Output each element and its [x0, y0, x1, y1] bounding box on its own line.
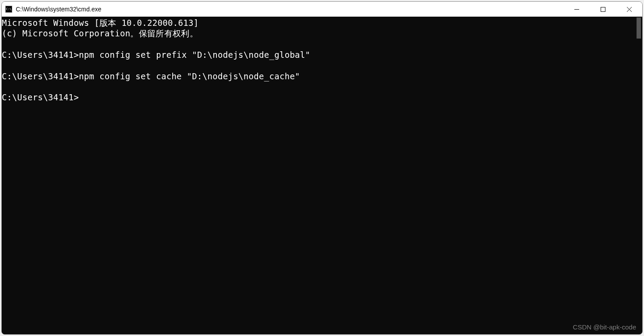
terminal-line: (c) Microsoft Corporation。保留所有权利。 — [2, 28, 634, 39]
maximize-icon — [601, 7, 605, 12]
terminal-line: C:\Users\34141>npm config set prefix "D:… — [2, 50, 634, 60]
terminal-line: C:\Users\34141>npm config set cache "D:\… — [2, 71, 634, 81]
terminal-container: Microsoft Windows [版本 10.0.22000.613](c)… — [2, 17, 642, 334]
minimize-icon — [574, 7, 579, 12]
terminal-output[interactable]: Microsoft Windows [版本 10.0.22000.613](c)… — [2, 17, 634, 334]
minimize-button[interactable] — [563, 2, 590, 17]
terminal-line — [2, 60, 634, 71]
terminal-line — [2, 39, 634, 50]
terminal-line: C:\Users\34141> — [2, 92, 634, 103]
close-button[interactable] — [616, 2, 642, 17]
maximize-button[interactable] — [590, 2, 616, 17]
titlebar[interactable]: C:\ C:\Windows\system32\cmd.exe — [2, 2, 642, 17]
window-title: C:\Windows\system32\cmd.exe — [16, 6, 563, 13]
scrollbar-track[interactable] — [634, 17, 642, 334]
terminal-line — [2, 81, 634, 92]
terminal-line: Microsoft Windows [版本 10.0.22000.613] — [2, 18, 634, 28]
scrollbar-thumb[interactable] — [637, 18, 641, 39]
window-controls — [563, 2, 642, 17]
cmd-window: C:\ C:\Windows\system32\cmd.exe — [1, 1, 643, 335]
svg-rect-1 — [601, 7, 605, 11]
close-icon — [627, 7, 632, 12]
cmd-icon: C:\ — [5, 6, 12, 13]
